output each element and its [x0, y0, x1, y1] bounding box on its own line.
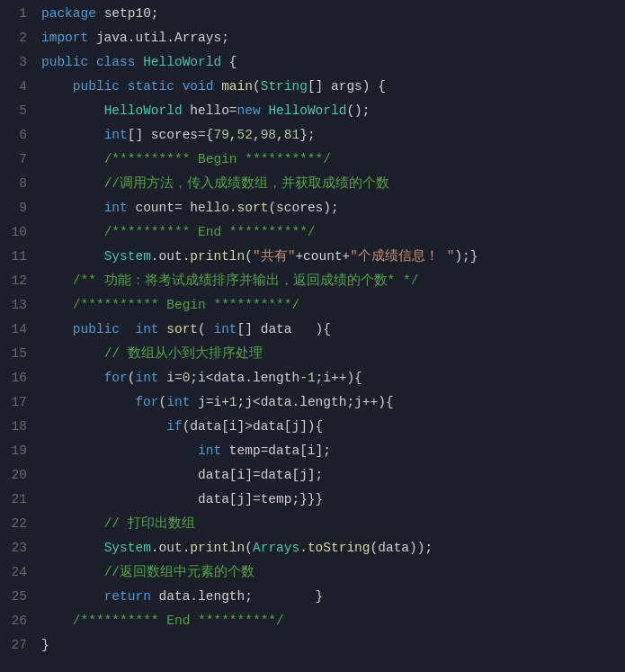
- token: 79: [213, 128, 228, 142]
- token: sort: [166, 322, 198, 336]
- token: [41, 273, 73, 288]
- line-number: 11: [7, 245, 27, 269]
- line-number: 10: [7, 220, 27, 245]
- token: return: [104, 589, 159, 604]
- token: main: [221, 79, 253, 94]
- token: (data));: [371, 541, 433, 555]
- token: int: [135, 371, 166, 385]
- token: if: [166, 419, 182, 434]
- token: toString: [308, 541, 371, 555]
- token: j=i+: [198, 395, 229, 409]
- line-number: 16: [7, 366, 27, 390]
- line-number: 23: [7, 536, 27, 560]
- token: println: [190, 249, 245, 264]
- token: temp=data[i];: [229, 444, 331, 458]
- token: [41, 225, 104, 239]
- line-number: 8: [7, 172, 27, 196]
- code-line: import java.util.Arrays;: [41, 26, 625, 50]
- code-line: int temp=data[i];: [41, 439, 625, 463]
- token: [41, 322, 73, 336]
- token: // 打印出数组: [104, 516, 195, 531]
- token: for: [104, 371, 128, 385]
- token: (: [253, 79, 261, 94]
- token: [41, 298, 73, 312]
- code-line: public static void main(String[] args) {: [41, 75, 625, 99]
- token: //调用方法，传入成绩数组，并获取成绩的个数: [104, 176, 389, 191]
- code-line: public int sort( int[] data ){: [41, 318, 625, 342]
- token: [41, 128, 104, 142]
- token: {: [229, 55, 237, 69]
- token: [] data ){: [237, 322, 331, 336]
- line-number: 24: [7, 560, 27, 585]
- token: }: [41, 638, 49, 652]
- code-line: /********** End **********/: [41, 609, 625, 633]
- code-line: if(data[i]>data[j]){: [41, 415, 625, 439]
- line-number: 14: [7, 318, 27, 342]
- token: static: [128, 79, 183, 94]
- line-number: 20: [7, 463, 27, 488]
- token: import: [41, 31, 96, 45]
- token: java.util.Arrays: [96, 31, 221, 45]
- token: Arrays: [253, 541, 299, 555]
- code-line: int count= hello.sort(scores);: [41, 196, 625, 220]
- line-number: 17: [7, 390, 27, 415]
- token: .out.: [151, 541, 191, 555]
- token: [41, 103, 104, 118]
- token: [41, 589, 104, 604]
- token: int: [213, 322, 237, 336]
- token: public: [73, 322, 136, 336]
- token: (scores);: [268, 201, 338, 215]
- token: class: [96, 55, 143, 69]
- code-line: /********** Begin **********/: [41, 148, 625, 172]
- token: [41, 346, 104, 361]
- line-number: 12: [7, 269, 27, 293]
- line-numbers: 1234567891011121314151617181920212223242…: [0, 2, 38, 670]
- token: package: [41, 6, 104, 21]
- token: );}: [454, 249, 478, 264]
- code-line: System.out.println("共有"+count+"个成绩信息！ ")…: [41, 245, 625, 269]
- token: 81: [284, 128, 299, 142]
- token: /********** Begin **********/: [104, 152, 331, 166]
- token: for: [135, 395, 158, 409]
- token: println: [190, 541, 245, 555]
- token: data.length; }: [159, 589, 324, 604]
- token: (: [198, 322, 213, 336]
- line-number: 3: [7, 50, 27, 75]
- token: new: [237, 103, 269, 118]
- code-line: for(int i=0;i<data.length-1;i++){: [41, 366, 625, 390]
- code-line: //返回数组中元素的个数: [41, 560, 625, 585]
- line-number: 9: [7, 196, 27, 220]
- token: count= hello.: [135, 201, 237, 215]
- token: int: [135, 322, 166, 336]
- token: /********** End **********/: [104, 225, 316, 239]
- token: [41, 79, 73, 94]
- token: data[i]=data[j];: [198, 468, 323, 482]
- token: [41, 565, 104, 579]
- line-number: 5: [7, 99, 27, 123]
- token: (: [159, 395, 167, 409]
- line-number: 22: [7, 512, 27, 536]
- token: i=: [166, 371, 182, 385]
- code-line: for(int j=i+1;j<data.length;j++){: [41, 390, 625, 415]
- code-line: /********** End **********/: [41, 220, 625, 245]
- code-line: System.out.println(Arrays.toString(data)…: [41, 536, 625, 560]
- line-number: 13: [7, 293, 27, 318]
- line-number: 27: [7, 633, 27, 658]
- token: .: [299, 541, 308, 555]
- token: [] scores={: [128, 128, 214, 142]
- token: 98: [261, 128, 276, 142]
- token: hello=: [183, 103, 237, 118]
- code-line: /********** Begin **********/: [41, 293, 625, 318]
- token: /********** Begin **********/: [73, 298, 299, 312]
- token: int: [104, 201, 136, 215]
- token: (: [245, 249, 253, 264]
- token: [41, 492, 198, 506]
- token: sort: [237, 201, 269, 215]
- token: // 数组从小到大排序处理: [104, 346, 263, 361]
- line-number: 4: [7, 75, 27, 99]
- code-content[interactable]: package setp10;import java.util.Arrays;p…: [38, 2, 625, 670]
- token: [41, 468, 198, 482]
- token: int: [166, 395, 198, 409]
- token: ;i++){: [316, 371, 362, 385]
- token: /********** End **********/: [73, 614, 284, 628]
